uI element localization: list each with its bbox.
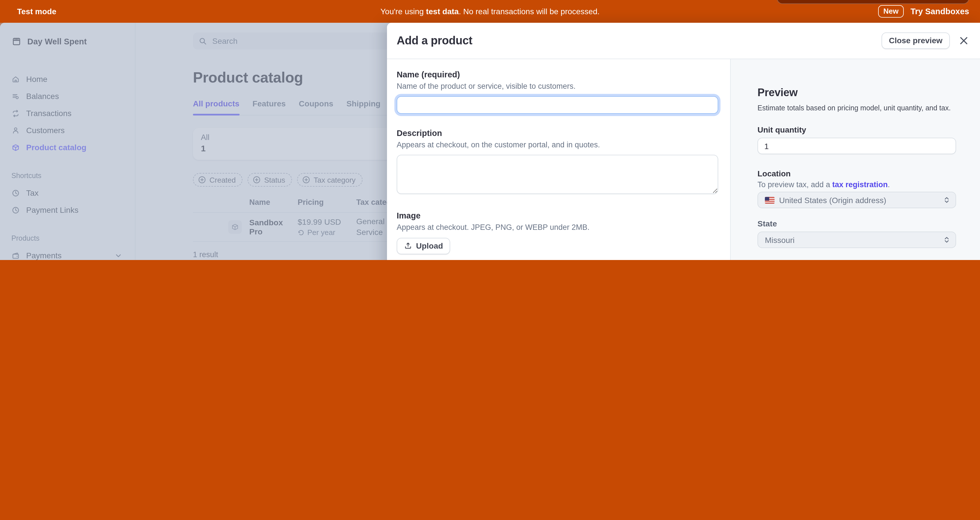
preview-subtitle: Estimate totals based on pricing model, … xyxy=(757,104,956,112)
upload-icon xyxy=(404,242,412,250)
test-mode-label: Test mode xyxy=(17,7,56,16)
stepper-icon xyxy=(943,196,950,204)
location-label: Location xyxy=(757,169,956,178)
image-field-group: Image Appears at checkout. JPEG, PNG, or… xyxy=(397,211,718,254)
us-flag-icon xyxy=(765,197,775,204)
test-mode-banner: Test mode You're using test data. No rea… xyxy=(0,0,980,23)
name-field-group: Name (required) Name of the product or s… xyxy=(397,70,718,114)
stepper-icon xyxy=(943,236,950,243)
name-label: Name (required) xyxy=(397,70,718,79)
product-form: Name (required) Name of the product or s… xyxy=(387,59,730,260)
try-sandboxes-button[interactable]: Try Sandboxes xyxy=(910,7,969,16)
unit-quantity-group: Unit quantity xyxy=(757,125,956,154)
banner-message: You're using test data. No real transact… xyxy=(380,0,600,23)
modal-header: Add a product Close preview xyxy=(387,23,980,59)
close-icon[interactable] xyxy=(959,37,968,45)
add-product-modal: Add a product Close preview Name (requir… xyxy=(387,23,980,260)
preview-title: Preview xyxy=(757,86,956,99)
state-select[interactable]: Missouri xyxy=(757,232,956,248)
unit-quantity-label: Unit quantity xyxy=(757,125,956,134)
description-field-group: Description Appears at checkout, on the … xyxy=(397,129,718,196)
name-helper: Name of the product or service, visible … xyxy=(397,81,718,92)
country-select[interactable]: United States (Origin address) xyxy=(757,192,956,208)
modal-title: Add a product xyxy=(397,34,473,47)
location-helper: To preview tax, add a tax registration. xyxy=(757,180,956,189)
tax-registration-link[interactable]: tax registration xyxy=(832,180,888,189)
state-group: State Missouri xyxy=(757,219,956,248)
stripe-dashboard: Test mode You're using test data. No rea… xyxy=(0,0,980,260)
close-preview-button[interactable]: Close preview xyxy=(881,32,950,49)
description-helper: Appears at checkout, on the customer por… xyxy=(397,140,718,150)
state-label: State xyxy=(757,219,956,228)
preview-panel: Preview Estimate totals based on pricing… xyxy=(730,59,980,260)
description-textarea[interactable] xyxy=(397,155,718,194)
new-badge: New xyxy=(878,5,904,17)
upload-button[interactable]: Upload xyxy=(397,238,450,254)
name-input[interactable] xyxy=(397,96,718,114)
image-helper: Appears at checkout. JPEG, PNG, or WEBP … xyxy=(397,223,718,233)
image-label: Image xyxy=(397,211,718,220)
unit-quantity-input[interactable] xyxy=(757,138,956,154)
location-group: Location To preview tax, add a tax regis… xyxy=(757,169,956,208)
description-label: Description xyxy=(397,129,718,138)
